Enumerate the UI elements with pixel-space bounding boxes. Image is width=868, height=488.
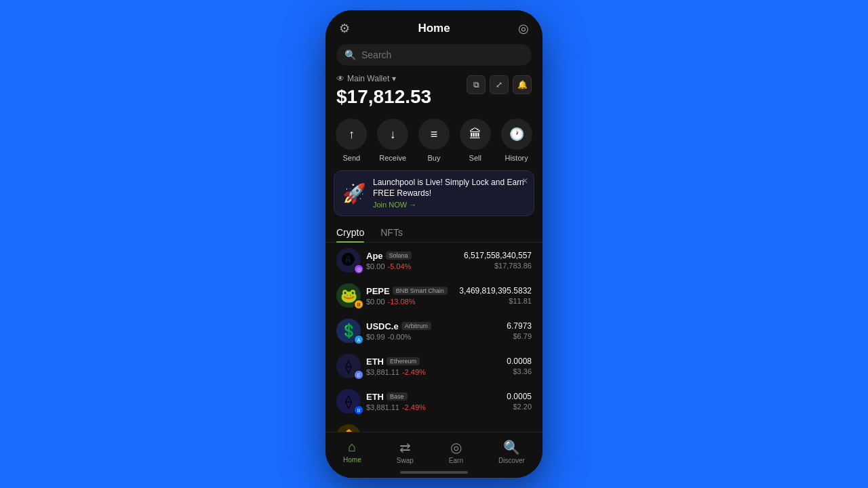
receive-button[interactable]: ↓ Receive [377, 119, 408, 162]
nav-discover-label: Discover [498, 457, 525, 464]
home-icon: ⌂ [348, 439, 356, 455]
token-row-eth-base[interactable]: ⟠ B ETH Base $3,881.11 -2.49% 0.0005 $2.… [328, 384, 540, 419]
lens-icon[interactable]: ◎ [518, 21, 529, 36]
buy-button[interactable]: ≡ Buy [418, 119, 450, 162]
nav-swap-label: Swap [397, 457, 414, 464]
token-info-eth-mainnet: ETH Ethereum $3,881.11 -2.49% [366, 357, 501, 376]
tab-nfts[interactable]: NFTs [380, 223, 403, 242]
token-row-pepe[interactable]: 🐸 B PEPE BNB Smart Chain $0.00 -13.08% 3… [328, 278, 540, 313]
banner-title: Launchpool is Live! Simply Lock and Earn… [373, 178, 526, 199]
token-info-eth-base: ETH Base $3,881.11 -2.49% [366, 392, 501, 411]
search-icon: 🔍 [344, 49, 356, 60]
token-values-ape: 6,517,558,340,557 $17,783.86 [464, 251, 532, 270]
chevron-down-icon: ▾ [392, 74, 396, 83]
token-price-pepe: $0.00 [366, 298, 385, 306]
token-change-eth-mainnet: -2.49% [402, 368, 426, 376]
banner-link[interactable]: Join NOW → [373, 201, 526, 209]
chain-badge-pepe: B [354, 300, 363, 309]
search-input[interactable] [361, 49, 524, 60]
token-price-ape: $0.00 [366, 262, 385, 270]
token-chain-usdc: Arbitrum [401, 322, 431, 330]
send-icon-circle: ↑ [336, 119, 367, 150]
token-symbol-ape: Ape [366, 251, 383, 261]
nav-home-label: Home [343, 456, 361, 464]
asset-tabs: Crypto NFTs [326, 223, 542, 243]
token-symbol-eth-base: ETH [366, 392, 384, 402]
token-values-eth-mainnet: 0.0008 $3.36 [507, 357, 532, 375]
copy-button[interactable]: ⧉ [467, 75, 486, 94]
token-row-usdc[interactable]: 💲 A USDC.e Arbitrum $0.99 -0.00% 6.7973 … [328, 313, 540, 348]
send-button[interactable]: ↑ Send [336, 119, 367, 162]
token-usd-eth-base: $2.20 [507, 403, 532, 411]
phone-container: ⚙ Home ◎ 🔍 👁 Main Wallet ▾ $17,812.53 ⧉ … [326, 10, 542, 478]
token-row-ape[interactable]: 🅐 ◎ Ape Solana $0.00 -5.04% 6,517,558,34… [328, 243, 540, 278]
chain-badge-eth-mainnet: E [354, 370, 363, 380]
token-change-pepe: -13.08% [388, 298, 416, 306]
token-avatar-eth-base: ⟠ B [336, 389, 361, 413]
token-symbol-pepe: PEPE [366, 286, 390, 296]
token-amount-eth-mainnet: 0.0008 [507, 357, 532, 366]
token-avatar-pepe: 🐸 B [336, 283, 361, 308]
send-label: Send [343, 154, 361, 162]
token-amount-eth-base: 0.0005 [507, 392, 532, 401]
chain-badge-usdc: A [354, 335, 363, 344]
token-price-eth-mainnet: $3,881.11 [366, 368, 399, 376]
history-icon-circle: 🕐 [501, 119, 532, 150]
token-row-bnb[interactable]: 🔶 B BNB BNB Smart Chain 0.003 [328, 419, 540, 432]
launchpool-banner[interactable]: 🚀 Launchpool is Live! Simply Lock and Ea… [334, 170, 534, 216]
wallet-name: Main Wallet [347, 74, 389, 83]
token-amount-usdc: 6.7973 [507, 321, 532, 331]
wallet-label: 👁 Main Wallet ▾ [336, 74, 431, 83]
wallet-left: 👁 Main Wallet ▾ $17,812.53 [336, 74, 431, 108]
token-usd-usdc: $6.79 [507, 332, 532, 340]
home-indicator [326, 468, 542, 478]
wallet-actions: ⧉ ⤢ 🔔 [467, 75, 532, 94]
bottom-nav: ⌂ Home ⇄ Swap ◎ Earn 🔍 Discover [326, 432, 542, 468]
settings-icon[interactable]: ⚙ [339, 21, 350, 36]
nav-swap[interactable]: ⇄ Swap [389, 438, 422, 466]
swap-icon: ⇄ [399, 439, 411, 455]
token-usd-eth-mainnet: $3.36 [507, 367, 532, 375]
token-price-usdc: $0.99 [366, 333, 385, 341]
nav-earn[interactable]: ◎ Earn [441, 438, 471, 466]
wallet-balance: $17,812.53 [336, 86, 431, 108]
home-bar [400, 471, 468, 474]
nav-discover[interactable]: 🔍 Discover [490, 438, 533, 466]
eye-icon: 👁 [336, 74, 344, 83]
token-info-usdc: USDC.e Arbitrum $0.99 -0.00% [366, 321, 501, 341]
chain-badge-ape: ◎ [354, 264, 363, 274]
token-chain-eth-mainnet: Ethereum [387, 357, 420, 365]
token-chain-eth-base: Base [387, 392, 408, 401]
sell-label: Sell [469, 154, 481, 162]
nav-home[interactable]: ⌂ Home [335, 438, 370, 466]
bell-button[interactable]: 🔔 [513, 75, 532, 94]
receive-icon-circle: ↓ [377, 119, 408, 150]
banner-close-button[interactable]: ✕ [521, 176, 528, 186]
token-symbol-usdc: USDC.e [366, 321, 399, 331]
token-avatar-usdc: 💲 A [336, 319, 361, 343]
token-usd-pepe: $11.81 [459, 297, 532, 305]
token-row-eth-mainnet[interactable]: ⟠ E ETH Ethereum $3,881.11 -2.49% 0.0008… [328, 348, 540, 384]
token-values-usdc: 6.7973 $6.79 [507, 321, 532, 340]
action-buttons: ↑ Send ↓ Receive ≡ Buy 🏛 Sell 🕐 History [326, 113, 542, 170]
nav-earn-label: Earn [449, 457, 463, 464]
search-bar[interactable]: 🔍 [336, 44, 532, 66]
token-change-ape: -5.04% [388, 262, 412, 270]
token-chain-pepe: BNB Smart Chain [393, 287, 448, 295]
banner-text: Launchpool is Live! Simply Lock and Earn… [373, 178, 526, 209]
header: ⚙ Home ◎ [326, 10, 542, 41]
sell-button[interactable]: 🏛 Sell [460, 119, 491, 162]
token-chain-ape: Solana [386, 251, 412, 260]
token-avatar-bnb: 🔶 B [336, 424, 361, 432]
sell-icon-circle: 🏛 [460, 119, 491, 150]
tab-crypto[interactable]: Crypto [336, 223, 364, 242]
expand-button[interactable]: ⤢ [490, 75, 509, 94]
history-button[interactable]: 🕐 History [501, 119, 532, 162]
buy-label: Buy [428, 154, 441, 162]
token-usd-ape: $17,783.86 [464, 262, 532, 270]
history-label: History [505, 154, 528, 162]
token-list: 🅐 ◎ Ape Solana $0.00 -5.04% 6,517,558,34… [326, 243, 542, 432]
token-avatar-ape: 🅐 ◎ [336, 248, 361, 272]
token-amount-pepe: 3,469,819,395.5832 [459, 286, 532, 296]
wallet-section: 👁 Main Wallet ▾ $17,812.53 ⧉ ⤢ 🔔 [326, 71, 542, 113]
